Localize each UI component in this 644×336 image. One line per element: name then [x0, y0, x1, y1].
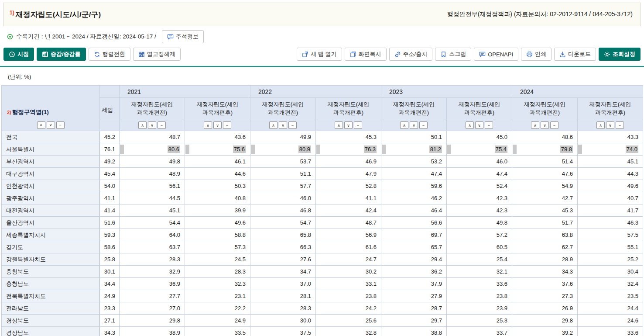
cell-value: 42.3: [497, 207, 507, 214]
scrap-button[interactable]: 스크랩: [435, 48, 471, 61]
region-label-cell[interactable]: 서울특별시: [2, 143, 100, 156]
sort-asc-button[interactable]: ∧: [37, 121, 45, 129]
cell-value: 33.6: [497, 281, 507, 287]
region-label-cell[interactable]: 광주광역시: [2, 192, 100, 204]
value-cell: 28.9: [512, 253, 578, 266]
value-cell: 38.9: [120, 327, 185, 336]
sort-clear-button[interactable]: −: [419, 121, 428, 129]
value-cell: 65.7: [381, 241, 447, 253]
value-cell: 23.5: [578, 290, 643, 302]
sort-controls-cell: ∧∨−: [512, 119, 578, 131]
sort-clear-button[interactable]: −: [223, 121, 231, 129]
query-settings-button[interactable]: 조회설정: [599, 48, 641, 61]
value-cell: 39.2: [512, 327, 578, 336]
clock-icon: [9, 51, 15, 58]
sort-desc-button[interactable]: ∨: [213, 121, 222, 129]
delta-rate-button[interactable]: 증감/증감률: [37, 48, 86, 61]
value-cell: 24.2: [316, 302, 381, 315]
unfreeze-columns-button[interactable]: 열고정해제: [133, 48, 181, 61]
value-cell: 54.7: [250, 217, 316, 229]
sort-desc-button[interactable]: ∨: [475, 121, 483, 129]
region-label-cell[interactable]: 전북특별자치도: [2, 290, 100, 302]
unit-label: (단위: %): [8, 73, 644, 81]
region-label-cell[interactable]: 경기도: [2, 241, 100, 253]
annotation-info-button[interactable]: 주석정보: [162, 30, 204, 43]
sort-asc-button[interactable]: ∧: [466, 121, 474, 129]
value-cell: 44.3: [578, 168, 643, 180]
value-cell: 24.9: [185, 315, 250, 327]
sort-asc-button[interactable]: ∧: [204, 121, 212, 129]
cell-value: 55.1: [627, 244, 638, 250]
region-label-cell[interactable]: 부산광역시: [2, 156, 100, 168]
sort-button-group: ∧∨−: [335, 121, 362, 129]
sort-clear-button[interactable]: −: [550, 121, 558, 129]
print-button[interactable]: 인쇄: [521, 48, 552, 61]
sort-asc-button[interactable]: ∧: [138, 121, 147, 129]
sort-desc-button[interactable]: ∨: [47, 121, 55, 129]
table-row: 대구광역시45.448.944.651.147.947.447.447.644.…: [2, 168, 643, 180]
openapi-button[interactable]: OPENAPI: [474, 48, 518, 61]
sort-asc-button[interactable]: ∧: [531, 121, 539, 129]
sort-button-group: ∧∨−: [37, 121, 65, 129]
value-cell: 28.3: [250, 302, 316, 315]
region-label-cell[interactable]: 인천광역시: [2, 180, 100, 192]
table-row: 경기도58.663.757.366.361.665.760.562.755.1: [2, 241, 643, 253]
value-cell: 50.3: [185, 180, 250, 192]
sort-desc-button[interactable]: ∨: [344, 121, 353, 129]
sort-asc-button[interactable]: ∧: [400, 121, 408, 129]
region-label-cell[interactable]: 울산광역시: [2, 217, 100, 229]
region-label-cell[interactable]: 충청남도: [2, 278, 100, 290]
sort-clear-button[interactable]: −: [56, 121, 65, 129]
cell-value: 47.4: [497, 170, 507, 177]
sort-clear-button[interactable]: −: [288, 121, 297, 129]
value-cell: 42.3: [447, 204, 512, 217]
value-cell: 66.3: [250, 241, 316, 253]
new-tab-button[interactable]: 새 탭 열기: [297, 48, 342, 61]
sort-desc-button[interactable]: ∨: [606, 121, 614, 129]
screen-copy-button[interactable]: 화면복사: [345, 48, 387, 61]
sort-desc-button[interactable]: ∨: [148, 121, 156, 129]
time-point-button[interactable]: 시점: [3, 48, 34, 61]
region-label-cell[interactable]: 대구광역시: [2, 168, 100, 180]
cell-value: 54.4: [169, 219, 180, 226]
value-cell: 29.8: [120, 315, 185, 327]
region-label-cell[interactable]: 전라남도: [2, 302, 100, 315]
sort-desc-button[interactable]: ∨: [541, 121, 549, 129]
value-cell: 40.7: [578, 192, 643, 204]
download-button[interactable]: 다운로드: [554, 48, 596, 61]
cell-value: 46.3: [627, 219, 638, 226]
value-cell: 24.6: [578, 315, 643, 327]
cell-value: 24.2: [366, 305, 377, 312]
url-source-button[interactable]: 주소/출처: [389, 48, 433, 61]
sort-controls-cell: ∧∨−: [185, 119, 250, 131]
sort-asc-button[interactable]: ∧: [596, 121, 605, 129]
region-label-cell[interactable]: 경상남도: [2, 327, 100, 336]
value-cell: 33.5: [185, 327, 250, 336]
sort-asc-button[interactable]: ∧: [269, 121, 277, 129]
region-label-cell[interactable]: 충청북도: [2, 266, 100, 278]
sort-asc-button[interactable]: ∧: [335, 121, 343, 129]
value-cell: 27.3: [512, 290, 578, 302]
sort-desc-button[interactable]: ∨: [410, 121, 418, 129]
sort-clear-button[interactable]: −: [158, 121, 166, 129]
sort-button-group: ∧∨−: [596, 121, 624, 129]
cell-value: 48.6: [562, 134, 573, 140]
value-cell: 57.5: [578, 229, 643, 241]
value-cell: 75.6: [185, 143, 250, 156]
sort-clear-button[interactable]: −: [616, 121, 624, 129]
cell-value: 38.8: [431, 329, 442, 336]
region-label-cell[interactable]: 대전광역시: [2, 204, 100, 217]
sort-desc-button[interactable]: ∨: [279, 121, 287, 129]
sort-clear-button[interactable]: −: [485, 121, 493, 129]
toolbar-left: 시점 증감/증감률 행렬전환 열고정해제: [3, 48, 181, 61]
region-label-cell[interactable]: 세종특별자치시: [2, 229, 100, 241]
region-label-cell[interactable]: 경상북도: [2, 315, 100, 327]
cell-value: 81.2: [429, 145, 442, 153]
cell-value: 27.0: [169, 305, 180, 312]
region-label-cell[interactable]: 전국: [2, 131, 100, 143]
value-cell: 25.6: [316, 315, 381, 327]
region-label-cell[interactable]: 강원특별자치도: [2, 253, 100, 266]
sort-clear-button[interactable]: −: [354, 121, 362, 129]
measure-header-post: 재정자립도(세입과목개편후): [185, 98, 250, 119]
transpose-button[interactable]: 행렬전환: [89, 48, 130, 61]
